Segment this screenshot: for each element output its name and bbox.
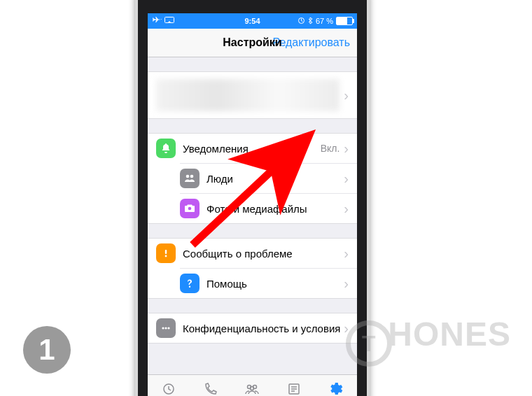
battery-pct: 67 % bbox=[316, 17, 333, 25]
svg-point-3 bbox=[190, 175, 194, 178]
row-value: Вкл. bbox=[321, 143, 340, 154]
screen: 9:54 67 % Настройки Редактировать ›Уведо… bbox=[148, 13, 357, 396]
bell-icon bbox=[156, 139, 176, 158]
row-label: Сообщить о проблеме bbox=[183, 248, 344, 260]
camera-icon bbox=[180, 199, 200, 218]
watermark: THONES bbox=[346, 315, 511, 367]
svg-point-6 bbox=[165, 255, 167, 257]
tab-recent[interactable]: Недавние bbox=[148, 375, 190, 396]
settings-row[interactable]: Люди› bbox=[180, 163, 357, 193]
svg-rect-5 bbox=[165, 250, 167, 254]
svg-point-4 bbox=[188, 207, 192, 211]
row-label: Фото и медиафайлы bbox=[206, 203, 344, 215]
settings-row[interactable]: Сообщить о проблеме› bbox=[148, 239, 357, 268]
tab-settings[interactable]: Настройки bbox=[315, 375, 357, 396]
chevron-right-icon: › bbox=[344, 171, 349, 187]
nav-bar: Настройки Редактировать bbox=[148, 29, 357, 57]
settings-content: ›УведомленияВкл.›Люди›Фото и медиафайлы›… bbox=[148, 71, 357, 344]
row-label: Конфиденциальность и условия bbox=[183, 323, 344, 334]
svg-point-13 bbox=[251, 386, 254, 390]
help-icon bbox=[180, 274, 200, 293]
settings-row[interactable]: Помощь› bbox=[180, 268, 357, 298]
edit-button[interactable]: Редактировать bbox=[272, 36, 350, 49]
profile-info-blurred bbox=[156, 79, 340, 111]
phone-bezel: 9:54 67 % Настройки Редактировать ›Уведо… bbox=[138, 0, 367, 396]
tab-bar: НедавниеЗвонкиГруппыЛюдиНастройки bbox=[148, 374, 357, 396]
tab-calls[interactable]: Звонки bbox=[190, 375, 232, 396]
status-bar: 9:54 67 % bbox=[148, 13, 357, 29]
row-label: Уведомления bbox=[183, 143, 321, 155]
row-label: Люди bbox=[206, 173, 344, 185]
chevron-right-icon: › bbox=[344, 87, 349, 104]
settings-group: Конфиденциальность и условия› bbox=[148, 313, 357, 344]
airplane-icon bbox=[152, 16, 162, 26]
svg-point-8 bbox=[164, 327, 167, 329]
chevron-right-icon: › bbox=[344, 246, 349, 262]
settings-group: УведомленияВкл.›Люди›Фото и медиафайлы› bbox=[148, 133, 357, 224]
settings-group: Сообщить о проблеме›Помощь› bbox=[148, 238, 357, 299]
chevron-right-icon: › bbox=[344, 201, 349, 217]
alert-icon bbox=[156, 243, 176, 263]
step-number: 1 bbox=[38, 333, 55, 367]
chevron-right-icon: › bbox=[344, 141, 349, 157]
bluetooth-icon bbox=[308, 17, 313, 26]
svg-point-9 bbox=[167, 327, 169, 329]
profile-row[interactable]: › bbox=[148, 72, 357, 118]
phone-frame: 9:54 67 % Настройки Редактировать ›Уведо… bbox=[135, 0, 370, 396]
screen-mirror-icon bbox=[164, 17, 174, 25]
chevron-right-icon: › bbox=[344, 276, 349, 292]
dots-icon bbox=[156, 318, 176, 338]
svg-point-2 bbox=[186, 175, 190, 178]
tab-people[interactable]: Люди bbox=[273, 375, 315, 396]
settings-row[interactable]: Фото и медиафайлы› bbox=[180, 193, 357, 223]
battery-icon bbox=[336, 17, 353, 25]
chevron-right-icon: › bbox=[344, 320, 349, 337]
row-label: Помощь bbox=[206, 278, 344, 290]
step-badge: 1 bbox=[23, 326, 71, 374]
people-icon bbox=[180, 169, 200, 188]
settings-group: › bbox=[148, 71, 357, 119]
settings-row[interactable]: УведомленияВкл.› bbox=[148, 134, 357, 163]
svg-point-7 bbox=[162, 327, 164, 329]
settings-row[interactable]: Конфиденциальность и условия› bbox=[148, 313, 357, 343]
tab-groups[interactable]: Группы bbox=[232, 375, 274, 396]
rotation-lock-icon bbox=[298, 17, 305, 26]
